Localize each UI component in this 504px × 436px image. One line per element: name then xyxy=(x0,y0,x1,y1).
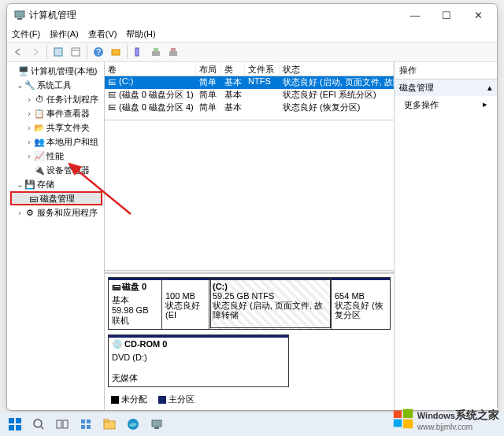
maximize-button[interactable]: ☐ xyxy=(431,4,462,26)
svg-rect-30 xyxy=(154,427,159,429)
volume-row[interactable]: 🖴 (磁盘 0 磁盘分区 1) 简单 基本 状态良好 (EFI 系统分区) xyxy=(105,89,394,102)
svg-rect-15 xyxy=(16,418,21,423)
edge-icon[interactable] xyxy=(123,414,143,434)
partition-c[interactable]: (C:) 59.25 GB NTFS 状态良好 (启动, 页面文件, 故障转储 xyxy=(209,278,332,329)
app-taskbar-icon[interactable] xyxy=(146,414,167,434)
disk-0-info: 🖴磁盘 0 基本 59.98 GB 联机 xyxy=(109,278,162,329)
svg-rect-8 xyxy=(135,48,139,56)
computer-management-window: 计算机管理 — ☐ ✕ 文件(F) 操作(A) 查看(V) 帮助(H) ? 🖥️… xyxy=(6,3,498,411)
volume-row[interactable]: 🖴 (C:) 简单 基本 NTFS 状态良好 (启动, 页面文件, 故障转储, … xyxy=(105,76,394,89)
svg-point-18 xyxy=(34,419,42,427)
partition-efi[interactable]: 100 MB 状态良好 (EI xyxy=(162,278,209,329)
app-icon xyxy=(13,9,26,21)
toolbar: ? xyxy=(7,42,497,62)
tree-local-users[interactable]: ›👥本地用户和组 xyxy=(9,135,102,149)
tree-performance[interactable]: ›📈性能 xyxy=(9,149,102,163)
actions-more[interactable]: 更多操作▸ xyxy=(395,96,497,114)
svg-rect-27 xyxy=(104,419,109,422)
menu-view[interactable]: 查看(V) xyxy=(88,28,117,40)
window-title: 计算机管理 xyxy=(29,9,399,22)
svg-rect-9 xyxy=(152,51,160,56)
svg-rect-11 xyxy=(169,51,177,56)
volume-row[interactable]: 🖴 (磁盘 0 磁盘分区 4) 简单 基本 状态良好 (恢复分区) xyxy=(105,102,394,114)
svg-rect-21 xyxy=(63,420,68,428)
tb-icon-3[interactable] xyxy=(108,44,124,60)
svg-rect-25 xyxy=(87,425,91,429)
col-fs[interactable]: 文件系统 xyxy=(245,62,280,76)
svg-rect-32 xyxy=(403,409,413,418)
tb-icon-5[interactable] xyxy=(165,44,181,60)
svg-rect-0 xyxy=(15,11,24,17)
start-button[interactable] xyxy=(5,414,25,434)
tree-device-manager[interactable]: 🔌设备管理器 xyxy=(9,163,102,177)
svg-rect-2 xyxy=(54,48,62,56)
tree-system-tools[interactable]: ⌄🔧系统工具 xyxy=(9,78,102,92)
tb-icon-1[interactable] xyxy=(50,44,66,60)
disk-graphical-view: 🖴磁盘 0 基本 59.98 GB 联机 100 MB 状态良好 (EI xyxy=(105,273,394,410)
svg-line-19 xyxy=(41,427,43,429)
svg-rect-12 xyxy=(171,48,176,51)
actions-pane: 操作 磁盘管理▴ 更多操作▸ xyxy=(395,62,497,410)
col-type[interactable]: 类型 xyxy=(221,62,245,76)
svg-rect-10 xyxy=(154,48,158,51)
forward-button[interactable] xyxy=(28,44,43,60)
body: 🖥️计算机管理(本地) ⌄🔧系统工具 ›⏱任务计划程序 ›📋事件查看器 ›📂共享… xyxy=(7,62,497,410)
volume-list[interactable]: 🖴 (C:) 简单 基本 NTFS 状态良好 (启动, 页面文件, 故障转储, … xyxy=(105,76,394,120)
back-button[interactable] xyxy=(10,44,26,60)
disk-0[interactable]: 🖴磁盘 0 基本 59.98 GB 联机 100 MB 状态良好 (EI xyxy=(108,277,391,330)
svg-rect-24 xyxy=(81,425,85,429)
legend: 未分配 主分区 xyxy=(108,392,391,407)
menubar: 文件(F) 操作(A) 查看(V) 帮助(H) xyxy=(7,26,497,42)
svg-rect-1 xyxy=(17,18,22,20)
task-view-icon[interactable] xyxy=(52,414,72,434)
tree-disk-management[interactable]: 🖴磁盘管理 xyxy=(10,191,102,205)
help-icon[interactable]: ? xyxy=(91,44,106,60)
chevron-right-icon: ▸ xyxy=(483,99,487,111)
center-pane: 卷 布局 类型 文件系统 状态 🖴 (C:) 简单 基本 NTFS 状态良好 (… xyxy=(105,62,395,410)
tree-root[interactable]: 🖥️计算机管理(本地) xyxy=(9,64,102,78)
svg-rect-29 xyxy=(152,420,161,427)
partition-recovery[interactable]: 654 MB 状态良好 (恢复分区 xyxy=(332,278,390,329)
svg-rect-17 xyxy=(16,425,21,430)
cdrom-0[interactable]: 💿CD-ROM 0 DVD (D:) 无媒体 xyxy=(108,334,289,387)
tree-services-apps[interactable]: ›⚙服务和应用程序 xyxy=(9,205,102,220)
tree-event-viewer[interactable]: ›📋事件查看器 xyxy=(9,106,102,120)
tb-icon-2[interactable] xyxy=(68,44,83,60)
collapse-icon: ▴ xyxy=(487,83,492,93)
svg-rect-33 xyxy=(394,419,402,427)
svg-text:?: ? xyxy=(96,47,101,57)
svg-rect-22 xyxy=(81,419,85,423)
svg-rect-23 xyxy=(87,419,91,423)
svg-rect-14 xyxy=(9,418,14,423)
tb-flag-icon[interactable] xyxy=(131,44,146,60)
close-button[interactable]: ✕ xyxy=(462,4,494,26)
menu-help[interactable]: 帮助(H) xyxy=(126,28,155,40)
col-volume[interactable]: 卷 xyxy=(105,62,196,76)
search-icon[interactable] xyxy=(28,414,49,434)
col-layout[interactable]: 布局 xyxy=(196,62,221,76)
menu-action[interactable]: 操作(A) xyxy=(50,28,79,40)
svg-rect-16 xyxy=(9,425,14,430)
titlebar[interactable]: 计算机管理 — ☐ ✕ xyxy=(7,4,497,26)
volume-list-header[interactable]: 卷 布局 类型 文件系统 状态 xyxy=(105,62,394,76)
nav-tree[interactable]: 🖥️计算机管理(本地) ⌄🔧系统工具 ›⏱任务计划程序 ›📋事件查看器 ›📂共享… xyxy=(7,62,105,410)
svg-rect-20 xyxy=(57,420,61,428)
actions-header: 操作 xyxy=(395,62,497,79)
svg-rect-31 xyxy=(394,411,402,419)
actions-section[interactable]: 磁盘管理▴ xyxy=(395,79,497,96)
empty-area xyxy=(105,120,394,270)
col-status[interactable]: 状态 xyxy=(280,62,394,76)
tree-shared-folders[interactable]: ›📂共享文件夹 xyxy=(9,120,102,135)
watermark: Windows系统之家 www.bjjmlv.com xyxy=(392,406,499,431)
svg-rect-34 xyxy=(403,419,413,428)
widgets-icon[interactable] xyxy=(76,414,96,434)
tree-task-scheduler[interactable]: ›⏱任务计划程序 xyxy=(9,92,102,106)
minimize-button[interactable]: — xyxy=(399,4,431,26)
windows-logo-icon xyxy=(392,408,414,430)
tree-storage[interactable]: ⌄💾存储 xyxy=(9,177,102,191)
menu-file[interactable]: 文件(F) xyxy=(12,28,40,40)
tb-icon-4[interactable] xyxy=(148,44,164,60)
explorer-icon[interactable] xyxy=(99,414,120,434)
svg-rect-7 xyxy=(112,50,120,55)
svg-rect-3 xyxy=(72,48,80,56)
